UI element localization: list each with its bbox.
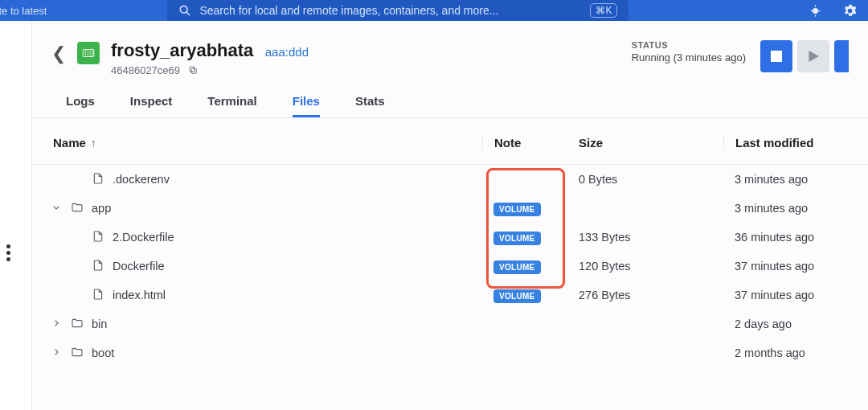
file-name: index.html (113, 289, 166, 301)
expand-caret (74, 231, 84, 244)
svg-marker-15 (809, 51, 819, 62)
svg-rect-12 (191, 68, 196, 73)
status-block: STATUS Running (3 minutes ago) (632, 40, 760, 64)
file-name: boot (92, 346, 114, 359)
start-button[interactable] (797, 40, 829, 72)
search-input[interactable] (199, 4, 577, 17)
volume-badge: VOLUME (493, 260, 541, 274)
gear-icon[interactable] (843, 4, 857, 18)
table-row[interactable]: 2.Dockerfile VOLUME 133 Bytes 36 minutes… (32, 223, 868, 252)
search-shortcut: ⌘K (590, 3, 617, 18)
file-table: Name ↑ Note Size Last modified M .docker… (32, 118, 868, 367)
svg-rect-7 (83, 50, 94, 57)
file-size: 276 Bytes (579, 289, 723, 301)
file-modified: 2 days ago (723, 318, 868, 330)
folder-icon (71, 346, 84, 361)
file-modified: 3 minutes ago (723, 202, 868, 215)
expand-caret[interactable] (50, 201, 63, 216)
svg-rect-14 (771, 51, 782, 62)
topbar-fragment: date to latest (0, 5, 47, 17)
play-icon (808, 51, 819, 62)
back-arrow-icon[interactable]: ❮ (51, 43, 66, 64)
file-size: 0 Bytes (579, 173, 723, 186)
table-row[interactable]: index.html VOLUME 276 Bytes 37 minutes a… (32, 281, 868, 310)
svg-point-2 (813, 7, 818, 13)
tab-terminal[interactable]: Terminal (207, 94, 256, 117)
file-modified: 36 minutes ago (723, 231, 868, 244)
status-text: Running (3 minutes ago) (632, 51, 746, 64)
volume-badge: VOLUME (493, 203, 541, 216)
file-size: 133 Bytes (579, 231, 723, 244)
container-id: 46486027ce69 (111, 64, 180, 76)
tab-inspect[interactable]: Inspect (130, 94, 173, 117)
file-name: 2.Dockerfile (113, 231, 174, 244)
left-rail (0, 21, 32, 410)
col-note[interactable]: Note (494, 136, 521, 150)
expand-caret[interactable] (50, 317, 63, 332)
file-icon (92, 230, 104, 245)
svg-point-0 (181, 6, 188, 13)
action-buttons (760, 40, 849, 72)
table-row[interactable]: app VOLUME 3 minutes ago d (32, 194, 868, 223)
file-icon (92, 172, 104, 187)
file-icon (92, 259, 104, 274)
tab-logs[interactable]: Logs (66, 94, 95, 117)
expand-caret (74, 260, 84, 273)
search-icon (178, 4, 191, 17)
col-size[interactable]: Size (579, 136, 603, 150)
container-header: ❮ frosty_aryabhata aaa:ddd 46486027ce69 … (32, 21, 868, 76)
file-modified: 37 minutes ago (723, 260, 868, 273)
expand-caret[interactable] (50, 346, 63, 361)
col-modified[interactable]: Last modified (735, 136, 814, 150)
volume-badge: VOLUME (493, 232, 541, 245)
file-name: bin (92, 318, 107, 330)
stop-button[interactable] (760, 40, 792, 72)
more-actions[interactable] (834, 40, 849, 72)
bug-icon[interactable] (809, 4, 822, 18)
table-row[interactable]: bin 2 days ago d (32, 310, 868, 338)
kebab-menu-icon[interactable] (6, 244, 10, 261)
top-bar: date to latest ⌘K (0, 0, 868, 21)
svg-rect-13 (190, 67, 194, 72)
main-panel: ❮ frosty_aryabhata aaa:ddd 46486027ce69 … (32, 21, 868, 410)
tab-stats[interactable]: Stats (355, 94, 385, 117)
image-tag-link[interactable]: aaa:ddd (265, 45, 309, 59)
folder-icon (71, 201, 84, 216)
expand-caret (74, 289, 84, 301)
file-icon (92, 288, 104, 303)
file-size: 120 Bytes (579, 260, 723, 273)
container-icon (77, 42, 100, 64)
table-row[interactable]: Dockerfile VOLUME 120 Bytes 37 minutes a… (32, 252, 868, 281)
folder-icon (71, 317, 84, 332)
copy-icon[interactable] (188, 65, 199, 76)
status-label: STATUS (632, 40, 746, 50)
volume-badge: VOLUME (493, 289, 541, 303)
file-name: Dockerfile (113, 260, 164, 273)
stop-icon (771, 51, 782, 62)
table-row[interactable]: boot 2 months ago d (32, 338, 868, 367)
container-name: frosty_aryabhata (111, 40, 253, 60)
title-block: frosty_aryabhata aaa:ddd 46486027ce69 (111, 40, 309, 76)
file-modified: 37 minutes ago (723, 289, 868, 301)
file-name: .dockerenv (113, 173, 170, 186)
tabs: LogsInspectTerminalFilesStats (32, 76, 868, 118)
table-header: Name ↑ Note Size Last modified M (32, 118, 868, 165)
file-modified: 3 minutes ago (723, 173, 868, 186)
sort-asc-icon[interactable]: ↑ (91, 137, 96, 150)
col-name[interactable]: Name (53, 136, 86, 150)
expand-caret (74, 173, 84, 186)
file-modified: 2 months ago (723, 346, 868, 359)
search-box[interactable]: ⌘K (167, 0, 628, 21)
file-name: app (92, 202, 111, 215)
table-row[interactable]: .dockerenv 0 Bytes 3 minutes ago -r (32, 165, 868, 194)
tab-files[interactable]: Files (293, 94, 320, 117)
svg-line-1 (186, 12, 190, 15)
